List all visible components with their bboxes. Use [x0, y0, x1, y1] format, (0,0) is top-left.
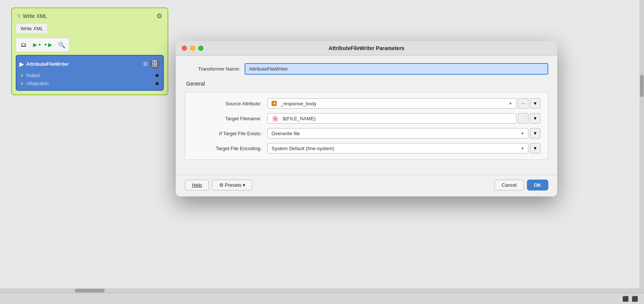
write-xml-header: ▽ Write XML ⚙	[16, 12, 164, 20]
footer-right: Cancel OK	[494, 180, 548, 190]
cancel-button[interactable]: Cancel	[494, 180, 524, 190]
dialog-title: AttributeFileWriter Parameters	[329, 45, 405, 51]
if-target-file-exists-label: If Target File Exists:	[193, 131, 267, 136]
dialog: AttributeFileWriter Parameters Transform…	[176, 41, 557, 196]
arrow1-toolbar-btn[interactable]: ►•	[31, 40, 42, 50]
write-xml-title: ▽ Write XML	[17, 13, 47, 19]
presets-button[interactable]: ⚙ Presets ▾	[212, 180, 252, 190]
ok-button[interactable]: OK	[527, 180, 549, 190]
target-filename-browse-btn[interactable]: 📄	[518, 113, 528, 124]
copy-icon: 🗂	[21, 41, 27, 48]
dialog-body: Transformer Name: General Source Attribu…	[176, 56, 557, 175]
arrow2-toolbar-btn[interactable]: •►	[44, 40, 54, 50]
arrow1-icon: ►•	[32, 41, 41, 49]
afw-node-header: ▶ AttributeFileWriter ⚙ 🗄	[19, 59, 160, 69]
target-filename-label: Target Filename:	[193, 116, 267, 121]
afw-icons: ⚙ 🗄	[143, 59, 160, 69]
search-toolbar-btn[interactable]: 🔍	[56, 40, 67, 50]
source-attribute-dropdown[interactable]: ◄ _response_body ▼	[267, 98, 516, 109]
target-file-encoding-control: System Default (fme-system) ▼ ▼	[267, 143, 540, 153]
help-button[interactable]: Help	[185, 180, 209, 190]
vertical-scrollbar-thumb[interactable]	[640, 75, 644, 97]
traffic-lights	[182, 46, 203, 51]
source-attribute-dropdown-arrow: ▼	[509, 102, 512, 106]
if-target-file-exists-row: If Target File Exists: Overwrite file ▼ …	[193, 128, 540, 139]
afw-gear-icon[interactable]: ⚙	[143, 61, 148, 68]
bottom-icon-2[interactable]: ⬛	[632, 296, 638, 302]
chevron-down-icon: ▼	[533, 101, 537, 106]
afw-title-text: AttributeFileWriter	[26, 61, 141, 67]
afw-db-icon: 🗄	[150, 59, 160, 69]
vertical-scrollbar[interactable]	[640, 0, 644, 304]
dialog-titlebar: AttributeFileWriter Parameters	[176, 41, 557, 56]
port-triangle-icon	[21, 74, 24, 77]
horizontal-scrollbar[interactable]	[0, 288, 640, 293]
target-file-encoding-label: Target File Encoding:	[193, 146, 267, 151]
file-browse-icon: 📄	[521, 116, 526, 121]
chevron-down-2-icon: ▼	[533, 116, 537, 121]
afw-output-label: Output	[26, 73, 40, 78]
target-file-icon: 🌸	[272, 115, 279, 122]
attribute-file-writer-node: ▶ AttributeFileWriter ⚙ 🗄 Output <Reject…	[16, 55, 164, 91]
if-target-file-exists-dropdown[interactable]: Overwrite file ▼	[267, 128, 528, 139]
target-file-encoding-row: Target File Encoding: System Default (fm…	[193, 143, 540, 153]
if-target-file-exists-text: Overwrite file	[272, 131, 300, 136]
dialog-footer: Help ⚙ Presets ▾ Cancel OK	[176, 175, 557, 196]
target-filename-extra-btn[interactable]: ▼	[530, 113, 540, 124]
source-attribute-control: ◄ _response_body ▼ ··· ▼	[267, 98, 540, 109]
close-button[interactable]	[182, 46, 187, 51]
write-xml-node: ▽ Write XML ⚙ Write XML 🗂 ►• •► 🔍	[11, 7, 168, 95]
maximize-button[interactable]	[198, 46, 203, 51]
source-attribute-extra-btn[interactable]: ▼	[530, 98, 540, 109]
collapse-triangle-icon[interactable]: ▽	[17, 13, 21, 19]
if-target-file-exists-arrow: ▼	[521, 131, 524, 136]
copy-toolbar-btn[interactable]: 🗂	[18, 40, 29, 50]
port-dot-icon	[156, 74, 159, 77]
target-filename-row: Target Filename: 🌸 $(FILE_NAME) 📄	[193, 113, 540, 124]
search-icon: 🔍	[58, 41, 65, 49]
write-xml-label-node: Write XML	[16, 23, 48, 34]
port-dot-rejected-icon	[156, 82, 159, 85]
source-attribute-label: Source Attribute:	[193, 101, 267, 106]
source-attr-icon: ◄	[272, 101, 277, 106]
horizontal-scrollbar-thumb[interactable]	[75, 289, 105, 292]
gear-icon[interactable]: ⚙	[156, 12, 162, 20]
if-target-file-exists-control: Overwrite file ▼ ▼	[267, 128, 540, 139]
target-filename-input[interactable]: 🌸 $(FILE_NAME)	[267, 113, 516, 124]
canvas: ▽ Write XML ⚙ Write XML 🗂 ►• •► 🔍	[0, 0, 644, 304]
port-triangle-rejected-icon	[21, 82, 24, 86]
target-file-encoding-arrow: ▼	[521, 146, 524, 151]
afw-rejected-label: <Rejected>	[26, 81, 49, 86]
ellipsis-icon: ···	[521, 101, 525, 106]
target-file-encoding-extra-btn[interactable]: ▼	[530, 143, 540, 153]
node-toolbar: 🗂 ►• •► 🔍	[16, 38, 70, 52]
afw-left-arrow-icon: ▶	[19, 61, 24, 68]
source-attribute-ellipsis-btn[interactable]: ···	[518, 98, 528, 109]
write-xml-title-text: Write XML	[23, 13, 47, 19]
if-target-file-extra-btn[interactable]: ▼	[530, 128, 540, 139]
source-attribute-dropdown-text: ◄ _response_body	[272, 101, 316, 106]
target-file-encoding-text: System Default (fme-system)	[272, 146, 334, 151]
afw-output-port: Output	[19, 72, 160, 79]
footer-left: Help ⚙ Presets ▾	[185, 180, 252, 190]
bottom-icon-1[interactable]: ⬛	[622, 296, 629, 302]
arrow2-icon: •►	[45, 41, 53, 49]
transformer-name-row: Transformer Name:	[185, 63, 548, 75]
target-filename-control: 🌸 $(FILE_NAME) 📄 ▼	[267, 113, 540, 124]
chevron-down-4-icon: ▼	[533, 146, 537, 151]
general-section-header: General	[185, 81, 548, 87]
transformer-name-input[interactable]	[245, 63, 548, 75]
afw-rejected-port: <Rejected>	[19, 80, 160, 87]
source-attribute-row: Source Attribute: ◄ _response_body ▼ ···	[193, 98, 540, 109]
chevron-down-3-icon: ▼	[533, 131, 537, 136]
bottom-toolbar: ⬛ ⬛	[0, 293, 644, 304]
target-filename-text: 🌸 $(FILE_NAME)	[272, 115, 316, 122]
transformer-name-label: Transformer Name:	[185, 66, 245, 72]
minimize-button[interactable]	[190, 46, 195, 51]
general-section: Source Attribute: ◄ _response_body ▼ ···	[185, 92, 548, 160]
target-file-encoding-dropdown[interactable]: System Default (fme-system) ▼	[267, 143, 528, 153]
